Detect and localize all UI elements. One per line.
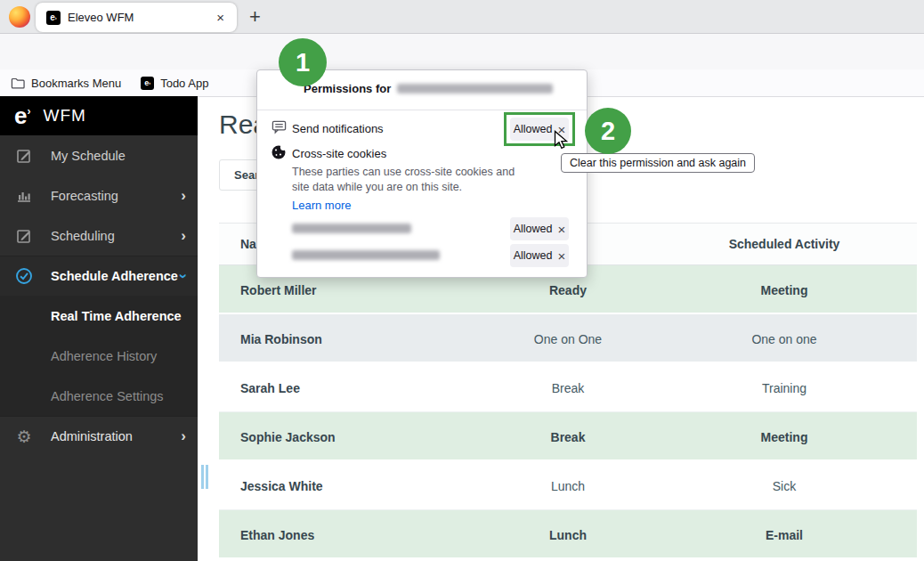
clear-permission-icon[interactable]: × bbox=[558, 223, 566, 236]
redacted-site-url bbox=[292, 250, 440, 260]
cookies-description: These parties can use cross-site cookies… bbox=[292, 165, 532, 195]
table-row[interactable]: Mia Robinson One on One One on one bbox=[219, 314, 917, 363]
redacted-site-host bbox=[397, 84, 553, 94]
sidebar-item-my-schedule[interactable]: My Schedule bbox=[0, 135, 198, 175]
todo-app-favicon-icon: e› bbox=[141, 77, 154, 90]
learn-more-link[interactable]: Learn more bbox=[292, 199, 351, 212]
sidebar-item-schedule-adherence[interactable]: Schedule Adherence › bbox=[0, 256, 198, 296]
table-row[interactable]: Ethan Jones Lunch E-mail bbox=[219, 510, 917, 559]
check-circle-icon bbox=[12, 267, 36, 285]
tab-close-icon[interactable]: × bbox=[215, 10, 226, 25]
table-row[interactable]: Sarah Lee Break Training bbox=[219, 363, 917, 412]
annotation-step-2: 2 bbox=[585, 108, 631, 154]
bookmark-item-bookmarks-menu[interactable]: Bookmarks Menu bbox=[31, 77, 121, 90]
permission-label-notifications: Send notifications bbox=[292, 122, 384, 135]
wfm-brand: WFM bbox=[43, 106, 85, 126]
table-row[interactable]: Jessica White Lunch Sick bbox=[219, 461, 917, 510]
tab-title: Eleveo WFM bbox=[68, 11, 207, 24]
notification-icon bbox=[272, 119, 287, 138]
sidebar-item-real-time-adherence[interactable]: Real Time Adherence bbox=[0, 296, 198, 336]
firefox-logo-icon[interactable] bbox=[9, 6, 30, 28]
pane-resizer-handle[interactable] bbox=[201, 465, 204, 489]
column-header-scheduled-activity: Scheduled Activity bbox=[652, 237, 917, 251]
eleveo-logo: e› bbox=[14, 104, 30, 127]
bookmark-item-todo-app[interactable]: Todo App bbox=[160, 77, 208, 90]
edit-icon bbox=[12, 148, 36, 164]
gear-icon: ⚙ bbox=[12, 428, 36, 445]
sidebar-item-administration[interactable]: ⚙ Administration › bbox=[0, 416, 198, 456]
bar-chart-icon bbox=[12, 188, 36, 204]
cookie-icon bbox=[271, 144, 287, 164]
tooltip: Clear this permission and ask again bbox=[561, 153, 755, 173]
chevron-right-icon: › bbox=[181, 187, 186, 205]
sidebar-item-forecasting[interactable]: Forecasting › bbox=[0, 175, 198, 215]
redacted-site-url bbox=[292, 224, 411, 233]
new-tab-button[interactable]: + bbox=[249, 5, 261, 28]
mouse-cursor bbox=[554, 130, 570, 155]
popup-title: Permissions for bbox=[304, 82, 553, 95]
wfm-logo-header: e› WFM bbox=[0, 96, 198, 135]
clear-permission-icon[interactable]: × bbox=[558, 249, 566, 263]
permission-label-cookies: Cross-site cookies bbox=[292, 147, 386, 160]
sidebar-item-adherence-settings[interactable]: Adherence Settings bbox=[0, 376, 198, 416]
browser-tab-bar: e› Eleveo WFM × + bbox=[0, 0, 924, 34]
eleveo-favicon-icon: e› bbox=[46, 11, 61, 25]
pane-resizer-handle[interactable] bbox=[206, 465, 208, 489]
folder-icon bbox=[11, 77, 25, 90]
chevron-down-icon: › bbox=[174, 273, 192, 279]
browser-tab[interactable]: e› Eleveo WFM × bbox=[36, 3, 237, 32]
browser-toolbar: ← → s:// /wf bbox=[0, 34, 924, 69]
sidebar-item-scheduling[interactable]: Scheduling › bbox=[0, 215, 198, 256]
permissions-popup: Permissions for Send notifications Allow… bbox=[256, 69, 588, 278]
allowed-site1-button[interactable]: Allowed × bbox=[510, 217, 569, 240]
sidebar-item-adherence-history[interactable]: Adherence History bbox=[0, 336, 198, 376]
chevron-right-icon: › bbox=[181, 227, 186, 245]
table-row[interactable]: Sophie Jackson Break Meeting bbox=[219, 412, 917, 461]
wfm-sidebar: e› WFM My Schedule Forecasting › Schedul… bbox=[0, 96, 198, 561]
allowed-site2-button[interactable]: Allowed × bbox=[510, 244, 569, 267]
annotation-step-1: 1 bbox=[279, 38, 327, 86]
popup-divider bbox=[257, 110, 587, 110]
edit-icon bbox=[12, 228, 36, 244]
chevron-right-icon: › bbox=[181, 427, 186, 445]
